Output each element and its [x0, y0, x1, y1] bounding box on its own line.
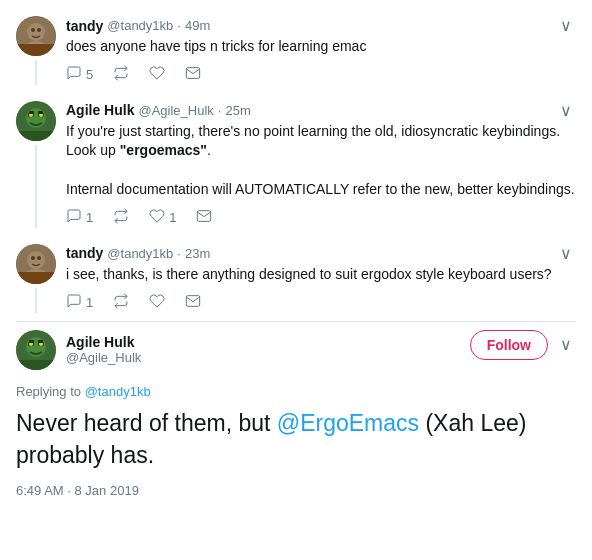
tweet-text-3: i see, thanks, is there anything designe… — [66, 265, 576, 285]
display-name-2: Agile Hulk — [66, 102, 134, 118]
tweet-meta-3: tandy @tandy1kb · 23m — [66, 245, 210, 261]
like-action-3[interactable] — [149, 293, 165, 313]
retweet-icon-1 — [113, 65, 129, 85]
expanded-tweet-meta: Agile Hulk @Agile_Hulk — [66, 334, 141, 365]
svg-point-15 — [27, 251, 45, 269]
like-action-2[interactable]: 1 — [149, 208, 176, 228]
svg-rect-11 — [29, 111, 34, 114]
retweet-action-2[interactable] — [113, 208, 129, 228]
svg-point-3 — [37, 28, 41, 32]
display-name-3: tandy — [66, 245, 103, 261]
reply-count-3: 1 — [86, 295, 93, 310]
avatar-hulk-2[interactable] — [16, 101, 56, 141]
tweet-menu-1[interactable]: ∨ — [556, 16, 576, 35]
svg-rect-13 — [16, 131, 56, 141]
like-count-2: 1 — [169, 210, 176, 225]
tweet-menu-3[interactable]: ∨ — [556, 244, 576, 263]
expanded-tweet-menu[interactable]: ∨ — [556, 335, 576, 354]
display-name-1: tandy — [66, 18, 103, 34]
tweet-text-2: If you're just starting, there's no poin… — [66, 122, 576, 200]
replying-to: Replying to @tandy1kb — [0, 380, 592, 399]
like-icon-3 — [149, 293, 165, 313]
svg-rect-25 — [29, 340, 34, 343]
timestamp-link[interactable]: 6:49 AM · 8 Jan 2019 — [16, 483, 139, 498]
retweet-icon-3 — [113, 293, 129, 313]
avatar-hulk-expanded[interactable] — [16, 330, 56, 370]
ergoemacs-bold: "ergoemacs" — [120, 142, 207, 158]
tweet-left-1 — [16, 16, 56, 85]
follow-button[interactable]: Follow — [470, 330, 548, 360]
separator-3: · — [177, 246, 181, 261]
retweet-action-1[interactable] — [113, 65, 129, 85]
svg-point-17 — [37, 256, 41, 260]
main-tweet-text: Never heard of them, but @ErgoEmacs (Xah… — [0, 399, 592, 479]
like-icon-2 — [149, 208, 165, 228]
reply-icon-1 — [66, 65, 82, 85]
like-icon-1 — [149, 65, 165, 85]
timestamp-3: 23m — [185, 246, 210, 261]
tweet-actions-1: 5 — [66, 65, 576, 85]
tweet-meta-1: tandy @tandy1kb · 49m — [66, 18, 210, 34]
thread-line-3 — [35, 288, 37, 313]
dm-action-2[interactable] — [196, 208, 212, 228]
username-2: @Agile_Hulk — [138, 103, 213, 118]
separator-1: · — [177, 18, 181, 33]
tweet-expanded: Agile Hulk @Agile_Hulk Follow ∨ — [0, 322, 592, 380]
timestamp-2: 25m — [225, 103, 250, 118]
svg-rect-4 — [16, 44, 56, 56]
svg-rect-27 — [16, 360, 56, 370]
svg-rect-18 — [16, 272, 56, 284]
dm-action-1[interactable] — [185, 65, 201, 85]
tweet-header-2: Agile Hulk @Agile_Hulk · 25m ∨ — [66, 101, 576, 120]
tweet-header-1: tandy @tandy1kb · 49m ∨ — [66, 16, 576, 35]
main-text-mention[interactable]: @ErgoEmacs — [277, 410, 419, 436]
reply-icon-3 — [66, 293, 82, 313]
svg-point-16 — [31, 256, 35, 260]
avatar-tandy-1[interactable] — [16, 16, 56, 56]
svg-point-2 — [31, 28, 35, 32]
reply-action-1[interactable]: 5 — [66, 65, 93, 85]
tweet-2: Agile Hulk @Agile_Hulk · 25m ∨ If you're… — [0, 93, 592, 236]
expanded-username: @Agile_Hulk — [66, 350, 141, 365]
reply-count-2: 1 — [86, 210, 93, 225]
reply-action-3[interactable]: 1 — [66, 293, 93, 313]
tweet-left-3 — [16, 244, 56, 313]
tweet-1: tandy @tandy1kb · 49m ∨ does anyone have… — [0, 8, 592, 93]
reply-action-2[interactable]: 1 — [66, 208, 93, 228]
expanded-tweet-header: Agile Hulk @Agile_Hulk Follow ∨ — [16, 330, 576, 370]
main-text-before: Never heard of them, but — [16, 410, 277, 436]
dm-icon-2 — [196, 208, 212, 228]
username-1: @tandy1kb — [107, 18, 173, 33]
tweet-right-3: tandy @tandy1kb · 23m ∨ i see, thanks, i… — [66, 244, 576, 313]
dm-action-3[interactable] — [185, 293, 201, 313]
tweet-text-1: does anyone have tips n tricks for learn… — [66, 37, 576, 57]
expanded-tweet-left: Agile Hulk @Agile_Hulk — [16, 330, 141, 370]
tweet-3: tandy @tandy1kb · 23m ∨ i see, thanks, i… — [0, 236, 592, 321]
avatar-tandy-3[interactable] — [16, 244, 56, 284]
thread-line-2 — [35, 145, 37, 228]
dm-icon-1 — [185, 65, 201, 85]
tweet-thread: tandy @tandy1kb · 49m ∨ does anyone have… — [0, 0, 592, 514]
like-action-1[interactable] — [149, 65, 165, 85]
thread-line-1 — [35, 60, 37, 85]
svg-point-1 — [27, 23, 45, 41]
svg-rect-12 — [38, 111, 43, 114]
replying-to-link[interactable]: @tandy1kb — [85, 384, 151, 399]
reply-count-1: 5 — [86, 67, 93, 82]
dm-icon-3 — [185, 293, 201, 313]
tweet-header-3: tandy @tandy1kb · 23m ∨ — [66, 244, 576, 263]
tweet-actions-3: 1 — [66, 293, 576, 313]
expanded-display-name: Agile Hulk — [66, 334, 141, 350]
tweet-actions-2: 1 1 — [66, 208, 576, 228]
expanded-tweet-timestamp: 6:49 AM · 8 Jan 2019 — [0, 479, 592, 506]
username-3: @tandy1kb — [107, 246, 173, 261]
separator-2: · — [218, 103, 222, 118]
reply-icon-2 — [66, 208, 82, 228]
tweet-right-2: Agile Hulk @Agile_Hulk · 25m ∨ If you're… — [66, 101, 576, 228]
tweet-right-1: tandy @tandy1kb · 49m ∨ does anyone have… — [66, 16, 576, 85]
svg-rect-26 — [38, 340, 43, 343]
tweet-meta-2: Agile Hulk @Agile_Hulk · 25m — [66, 102, 251, 118]
tweet-menu-2[interactable]: ∨ — [556, 101, 576, 120]
retweet-action-3[interactable] — [113, 293, 129, 313]
tweet-left-2 — [16, 101, 56, 228]
